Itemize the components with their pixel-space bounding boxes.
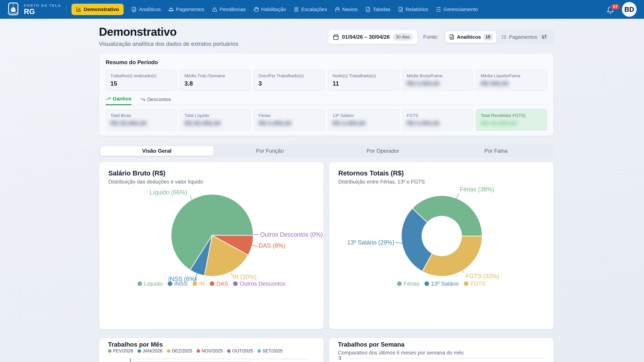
list-checks-icon — [501, 34, 507, 40]
chart-card-retornos-totais: Retornos Totais (R$) Distribuição entre … — [329, 162, 554, 329]
nav-item-label: Habilitação — [261, 6, 286, 12]
tab-label: Ganhos — [113, 96, 132, 102]
nav-item-label: Analíticos — [139, 6, 161, 12]
source-option-pagamentos[interactable]: Pagamentos 17 — [498, 31, 552, 43]
nav-item-navios[interactable]: Navios — [335, 6, 358, 12]
hard-hat-icon — [168, 7, 174, 12]
stat-label: Dom/Fer Trabalhado(s) — [258, 73, 320, 78]
stat-noites-trabalhadas: Noite(s) Trabalhada(s) 11 — [328, 69, 399, 91]
stat-media-liquido-faina: Média Líquido/Faina R$ 000,00 — [476, 69, 547, 91]
page-title: Demonstrativo — [99, 25, 238, 38]
nav-item-label: Demonstrativo — [84, 6, 119, 12]
hand-icon — [254, 7, 259, 12]
top-nav: PORTO NA TELA RG Demonstrativo Analítico… — [0, 0, 644, 19]
nav-item-analiticos[interactable]: Analíticos — [131, 6, 161, 12]
legend-item-INSS: INSS — [168, 280, 188, 287]
trending-down-icon — [140, 97, 145, 102]
nav-item-relatorios[interactable]: Relatórios — [398, 6, 428, 12]
date-range-text: 01/04/26 – 30/04/26 — [342, 34, 390, 40]
legend-dot — [167, 349, 170, 353]
tab-ganhos[interactable]: Ganhos — [106, 96, 132, 105]
tab-visao-geral[interactable]: Visão Geral — [100, 146, 213, 156]
legend-dot — [210, 281, 214, 286]
stat-value-masked: R$ 0.000,00 — [407, 80, 468, 87]
tab-por-funcao[interactable]: Por Função — [213, 146, 326, 156]
legend-item-FEV/2026: FEV/2026 — [108, 349, 133, 354]
notifications-button[interactable]: 57 — [606, 4, 616, 15]
donut-legend: Férias13º SalárioFGTS — [329, 280, 554, 287]
stat-value: 11 — [332, 80, 394, 87]
nav-item-escalacoes[interactable]: Escalações — [294, 6, 327, 12]
date-range-picker[interactable]: 01/04/26 – 30/04/26 30 dias — [328, 30, 418, 44]
callout-ir: IR (20%) — [233, 274, 256, 281]
source-option-analiticos[interactable]: Analíticos 15 — [446, 31, 496, 43]
legend-item-SET/2025: SET/2025 — [258, 349, 282, 354]
stat-value: 15 — [110, 80, 172, 87]
tab-label: Descontos — [147, 96, 171, 102]
callout-13-salario: 13º Salário (29%) — [347, 239, 394, 246]
callout-fgts: FGTS (33%) — [466, 273, 500, 280]
nav-item-label: Pendências — [220, 6, 246, 12]
date-days-badge: 30 dias — [393, 33, 413, 41]
nav-item-pagamentos[interactable]: Pagamentos — [168, 6, 204, 12]
nav-item-label: Pagamentos — [176, 6, 204, 12]
tab-descontos[interactable]: Descontos — [140, 96, 171, 105]
stat-total-recebido: Total Recebido(-FGTS) R$ 00.000,00 — [476, 109, 547, 131]
ship-icon — [335, 7, 340, 12]
user-avatar[interactable]: BD — [622, 2, 636, 17]
notification-count-badge: 57 — [610, 3, 620, 10]
gain-tabs: Ganhos Descontos — [106, 96, 547, 105]
legend-item-JAN/2026: JAN/2026 — [138, 349, 162, 354]
stat-value: 3 — [258, 80, 320, 87]
app-logo[interactable]: PORTO NA TELA RG — [6, 2, 61, 16]
nav-right: 57 BD — [606, 2, 636, 17]
financial-stats-row: Total Bruto R$ 00.000,00 Total Líquido R… — [106, 109, 547, 131]
stat-label: Noite(s) Trabalhada(s) — [332, 73, 394, 78]
summary-stats-row: Trabalho(s) realizado(s) 15 Média Trab./… — [106, 69, 547, 91]
stat-label: Total Bruto — [110, 113, 172, 118]
legend-dot — [192, 281, 197, 286]
page-header: Demonstrativo Visualização analítica dos… — [99, 25, 554, 47]
gridline-top — [130, 359, 308, 359]
source-toggle-group: Analíticos 15 Pagamentos 17 — [444, 30, 554, 44]
stat-value-masked: R$ 00.000,00 — [184, 120, 246, 127]
pie-legend: LíquidoINSSIRDASOutros Descontos — [99, 280, 324, 287]
legend-dot — [196, 349, 200, 353]
nav-item-tabelas[interactable]: Tabelas — [365, 6, 390, 12]
stat-label: 13º Salário — [332, 113, 394, 118]
callout-outros-descontos: Outros Descontos (0%) — [260, 231, 323, 238]
callout-das: DAS (8%) — [258, 242, 286, 249]
stat-label: Média Bruto/Faina — [407, 73, 468, 78]
legend-dot — [108, 349, 112, 353]
nav-item-pendencias[interactable]: Pendências — [212, 6, 246, 12]
callout-ferias: Férias (38%) — [460, 186, 494, 193]
brand-text: PORTO NA TELA RG — [24, 3, 61, 15]
legend-dot — [397, 281, 402, 286]
page-subtitle: Visualização analítica dos dados de extr… — [99, 40, 238, 47]
nav-divider — [66, 4, 66, 14]
stat-value-masked: R$ 00.000,00 — [481, 120, 542, 127]
legend-dot — [464, 281, 468, 286]
stat-label: Média Trab./Semana — [184, 73, 246, 78]
legend-dot — [138, 349, 141, 353]
stat-value-masked: R$ 0.000,00 — [258, 120, 320, 127]
stat-value-masked: R$ 000,00 — [481, 80, 542, 87]
file-text-icon — [131, 7, 137, 12]
stat-ferias: Férias R$ 0.000,00 — [254, 109, 325, 131]
tab-por-operador[interactable]: Por Operador — [326, 146, 440, 156]
stat-value-masked: R$ 0.000,00 — [407, 120, 468, 127]
nav-menu: Demonstrativo Analíticos Pagamentos Pend… — [72, 4, 606, 15]
nav-item-demonstrativo[interactable]: Demonstrativo — [72, 4, 124, 15]
stat-value-masked: R$ 0.000,00 — [332, 120, 394, 127]
bar-chart-icon — [76, 7, 82, 12]
legend-item-NOV/2025: NOV/2025 — [196, 349, 223, 354]
stat-media-bruto-faina: Média Bruto/Faina R$ 0.000,00 — [402, 69, 473, 91]
tab-por-faina[interactable]: Por Faina — [440, 146, 552, 156]
source-count-badge: 15 — [483, 33, 492, 40]
header-controls: 01/04/26 – 30/04/26 30 dias Fonte: Analí… — [328, 30, 554, 44]
nav-item-habilitacao[interactable]: Habilitação — [254, 6, 286, 12]
view-tabs: Visão Geral Por Função Por Operador Por … — [99, 145, 554, 157]
file-output-icon — [398, 7, 403, 12]
stat-value-masked: R$ 00.000,00 — [110, 120, 172, 127]
nav-item-gerenciamento[interactable]: Gerenciamento — [436, 6, 478, 12]
